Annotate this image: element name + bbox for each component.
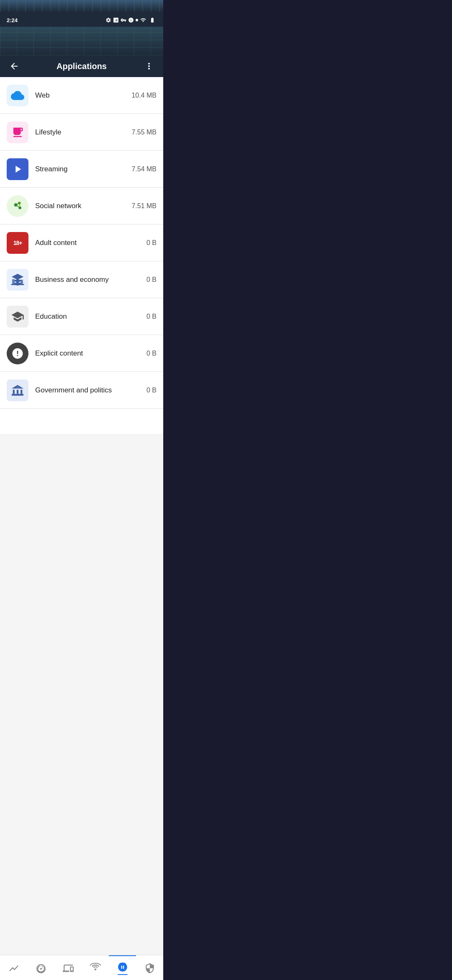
svg-rect-15 [17, 389, 18, 394]
nav-item-applications[interactable] [109, 955, 136, 980]
svg-point-7 [18, 202, 21, 204]
adult-content-size: 0 B [146, 239, 157, 247]
web-label: Web [35, 91, 131, 100]
list-item[interactable]: Social network 7.51 MB [0, 188, 163, 224]
bottom-navigation [0, 955, 163, 980]
nav-item-router[interactable] [82, 955, 109, 980]
svg-rect-14 [13, 389, 15, 394]
list-item[interactable]: Lifestyle 7.55 MB [0, 114, 163, 151]
list-item[interactable]: Web 10.4 MB [0, 77, 163, 114]
devices-icon [63, 963, 74, 974]
explicit-content-icon [7, 343, 28, 364]
government-politics-label: Government and politics [35, 386, 146, 395]
explicit-content-label: Explicit content [35, 349, 146, 358]
adult-content-label: Adult content [35, 239, 146, 247]
page-title: Applications [56, 62, 107, 71]
svg-point-8 [19, 206, 21, 209]
nfc-status-icon [113, 17, 119, 23]
wifi-status-icon [140, 17, 146, 23]
applications-icon [117, 962, 128, 972]
back-icon [9, 61, 19, 71]
svg-rect-11 [21, 280, 23, 284]
streaming-icon [7, 158, 28, 180]
svg-rect-13 [12, 394, 23, 395]
router-icon [90, 963, 101, 974]
svg-rect-12 [11, 284, 24, 285]
nav-item-security[interactable] [136, 955, 163, 980]
list-item[interactable]: Government and politics 0 B [0, 372, 163, 409]
web-size: 10.4 MB [131, 92, 157, 99]
status-time: 2:24 [7, 17, 18, 23]
lifestyle-label: Lifestyle [35, 128, 131, 137]
streaming-size: 7.54 MB [131, 165, 157, 173]
list-item[interactable]: 18+ Adult content 0 B [0, 224, 163, 261]
status-bar: 2:24 [0, 12, 163, 27]
more-options-button[interactable] [141, 59, 157, 74]
more-options-icon [144, 61, 154, 71]
lifestyle-icon [7, 121, 28, 143]
svg-rect-9 [12, 279, 15, 284]
list-item[interactable]: Business and economy 0 B [0, 261, 163, 298]
explicit-content-size: 0 B [146, 350, 157, 357]
list-item[interactable]: Education 0 B [0, 298, 163, 335]
education-icon [7, 306, 28, 328]
streaming-label: Streaming [35, 165, 131, 173]
info-status-icon [128, 17, 134, 23]
svg-point-19 [122, 962, 123, 964]
vpn-status-icon [121, 17, 126, 23]
status-icons [105, 17, 157, 23]
app-header: Applications [0, 55, 163, 77]
social-network-label: Social network [35, 202, 131, 210]
svg-point-6 [15, 204, 17, 206]
social-network-size: 7.51 MB [131, 202, 157, 210]
applications-list: Web 10.4 MB Lifestyle 7.55 MB Streaming … [0, 77, 163, 434]
nav-item-monitor[interactable] [0, 955, 27, 980]
svg-rect-18 [16, 387, 19, 388]
security-icon [144, 963, 155, 974]
nav-item-devices[interactable] [54, 955, 82, 980]
list-item[interactable]: Explicit content 0 B [0, 335, 163, 372]
business-economy-icon [7, 269, 28, 291]
lifestyle-size: 7.55 MB [131, 129, 157, 136]
dot-status-icon [136, 19, 138, 21]
nav-item-network[interactable] [27, 955, 54, 980]
network-icon [36, 963, 46, 974]
monitor-icon [8, 963, 19, 974]
government-politics-icon [7, 379, 28, 401]
list-item[interactable]: Streaming 7.54 MB [0, 151, 163, 188]
social-network-icon [7, 195, 28, 217]
business-economy-size: 0 B [146, 276, 157, 284]
svg-rect-16 [21, 389, 22, 394]
settings-status-icon [105, 17, 111, 23]
active-indicator [118, 974, 128, 975]
web-icon [7, 85, 28, 106]
education-size: 0 B [146, 313, 157, 320]
government-politics-size: 0 B [146, 387, 157, 394]
education-label: Education [35, 312, 146, 321]
back-button[interactable] [7, 59, 22, 74]
top-background [0, 27, 163, 55]
adult-content-icon: 18+ [7, 232, 28, 254]
svg-rect-10 [16, 278, 19, 284]
business-economy-label: Business and economy [35, 276, 146, 284]
battery-status-icon [148, 17, 157, 23]
